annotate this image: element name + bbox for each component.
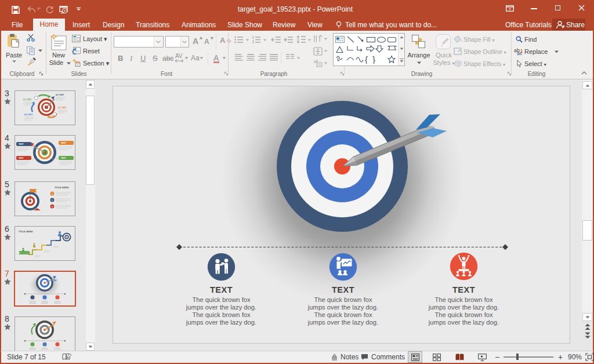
svg-text:TITLE HERE: TITLE HERE [19, 230, 33, 233]
svg-text:The quick brown fox: The quick brown fox [434, 311, 493, 318]
svg-text:}: } [372, 54, 375, 64]
svg-text:02 | TEXT: 02 | TEXT [56, 94, 64, 96]
svg-text:TEXT: TEXT [210, 285, 233, 294]
svg-text:TEXT: TEXT [19, 157, 24, 159]
svg-text:03 | TEXT: 03 | TEXT [58, 107, 66, 109]
svg-text:jumps over the lazy dog.: jumps over the lazy dog. [307, 304, 378, 311]
svg-text:jumps over the lazy dog.: jumps over the lazy dog. [186, 319, 256, 326]
svg-text:TEXT: TEXT [332, 285, 354, 294]
svg-text:The quick brown fox: The quick brown fox [192, 296, 251, 303]
svg-text:TEXT: TEXT [61, 157, 67, 159]
svg-text:01 | TEXT: 01 | TEXT [23, 99, 31, 101]
svg-text:The quick brown fox: The quick brown fox [434, 296, 493, 303]
svg-text:jumps over the lazy dog.: jumps over the lazy dog. [186, 304, 256, 311]
svg-text:The quick brown fox: The quick brown fox [314, 311, 372, 318]
svg-text:TEXT: TEXT [452, 285, 475, 294]
svg-text:jumps over the lazy dog.: jumps over the lazy dog. [428, 304, 499, 311]
svg-text:The quick brown fox: The quick brown fox [192, 311, 251, 318]
svg-text:jumps over the lazy dog.: jumps over the lazy dog. [428, 319, 499, 326]
svg-text:TITLE HERE: TITLE HERE [55, 186, 69, 189]
svg-text:jumps over the lazy dog.: jumps over the lazy dog. [307, 319, 378, 326]
svg-text:{: { [365, 54, 368, 64]
svg-text:TEXT: TEXT [19, 143, 24, 145]
svg-text:The quick brown fox: The quick brown fox [314, 296, 372, 303]
svg-text:TEXT: TEXT [61, 142, 67, 144]
svg-text:04 | TEXT: 04 | TEXT [24, 114, 32, 116]
